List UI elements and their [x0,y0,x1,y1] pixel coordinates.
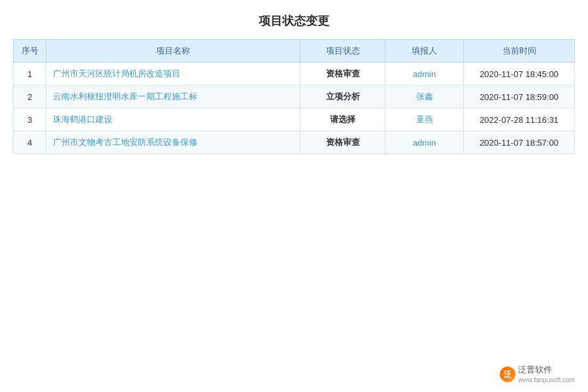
page-title: 项目状态变更 [13,13,575,29]
cell-index: 2 [14,86,46,108]
project-name-link[interactable]: 云南水利枢纽澄明水库一期工程施工标 [53,91,197,101]
cell-time: 2020-11-07 18:57:00 [464,131,575,154]
cell-status: 立项分析 [301,86,385,108]
col-header-reporter: 填报人 [385,40,464,63]
col-header-time: 当前时间 [464,40,575,63]
cell-project-name[interactable]: 珠海鹤港口建设 [46,108,301,131]
table-row: 1广州市天河区统计局机房改造项目资格审查admin2020-11-07 18:4… [14,63,575,86]
footer-logo: 泛 泛普软件 www.fanpusoft.com [500,365,575,384]
main-table: 序号 项目名称 项目状态 填报人 当前时间 1广州市天河区统计局机房改造项目资格… [13,39,575,154]
cell-reporter[interactable]: admin [385,131,464,154]
reporter-link[interactable]: admin [413,138,436,148]
cell-index: 3 [14,108,46,131]
cell-reporter[interactable]: admin [385,63,464,86]
table-row: 3珠海鹤港口建设请选择童燕2022-07-28 11:16:31 [14,108,575,131]
cell-reporter[interactable]: 张鑫 [385,86,464,108]
project-name-link[interactable]: 广州市天河区统计局机房改造项目 [53,69,180,78]
col-header-status: 项目状态 [301,40,385,63]
cell-project-name[interactable]: 广州市文物考古工地安防系统设备保修 [46,131,301,154]
cell-index: 1 [14,63,46,86]
table-row: 2云南水利枢纽澄明水库一期工程施工标立项分析张鑫2020-11-07 18:59… [14,86,575,108]
table-header-row: 序号 项目名称 项目状态 填报人 当前时间 [14,40,575,63]
logo-text: 泛普软件 www.fanpusoft.com [518,365,575,384]
logo-main-text: 泛普软件 [518,365,575,376]
col-header-index: 序号 [14,40,46,63]
logo-icon-text: 泛 [504,369,512,380]
table-row: 4广州市文物考古工地安防系统设备保修资格审查admin2020-11-07 18… [14,131,575,154]
cell-project-name[interactable]: 广州市天河区统计局机房改造项目 [46,63,301,86]
logo-icon: 泛 [500,367,515,382]
cell-time: 2020-11-07 18:59:00 [464,86,575,108]
cell-time: 2020-11-07 18:45:00 [464,63,575,86]
project-name-link[interactable]: 广州市文物考古工地安防系统设备保修 [53,137,197,147]
cell-status: 资格审查 [301,131,385,154]
cell-reporter[interactable]: 童燕 [385,108,464,131]
cell-status: 请选择 [301,108,385,131]
col-header-project-name: 项目名称 [46,40,301,63]
reporter-link[interactable]: 童燕 [416,114,433,124]
reporter-link[interactable]: 张鑫 [416,91,433,101]
page-container: 项目状态变更 序号 项目名称 项目状态 填报人 当前时间 1广州市天河区统计局机… [0,0,588,392]
logo-sub-text: www.fanpusoft.com [518,376,575,384]
cell-time: 2022-07-28 11:16:31 [464,108,575,131]
cell-project-name[interactable]: 云南水利枢纽澄明水库一期工程施工标 [46,86,301,108]
project-name-link[interactable]: 珠海鹤港口建设 [53,114,112,124]
reporter-link[interactable]: admin [413,69,436,79]
cell-index: 4 [14,131,46,154]
cell-status: 资格审查 [301,63,385,86]
